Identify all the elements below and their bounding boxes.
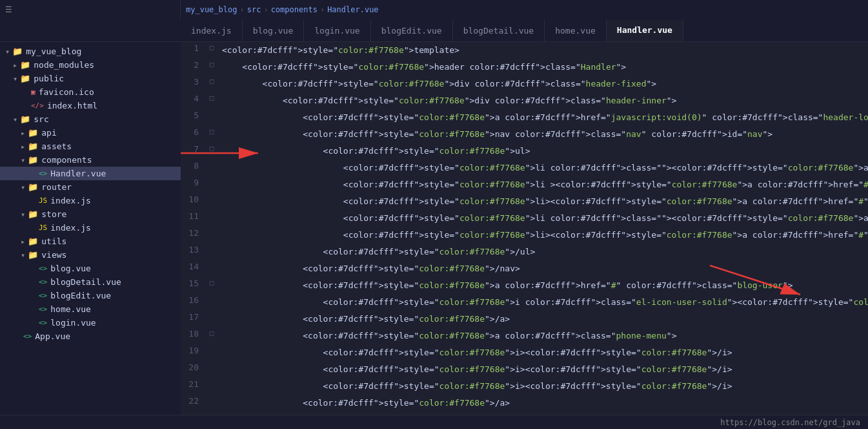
tab-blog_vue[interactable]: blog.vue bbox=[243, 19, 305, 41]
sidebar-item-favicon_ico[interactable]: ▣favicon.ico bbox=[0, 85, 181, 99]
fold-gutter-7[interactable]: □ bbox=[207, 143, 217, 160]
code-content-3: <color:#7dcfff">style="color:#f7768e">di… bbox=[217, 76, 868, 92]
sidebar-item-blogedit_vue[interactable]: <>blogEdit.vue bbox=[0, 289, 181, 302]
folder-arrow-api: ▸ bbox=[21, 129, 25, 138]
breadcrumb-sep-1: › bbox=[239, 5, 244, 14]
tab-blogEdit_vue[interactable]: blogEdit.vue bbox=[371, 19, 453, 41]
sidebar-label-views: views bbox=[41, 250, 66, 260]
code-line-4: 4□ <color:#7dcfff">style="color:#f7768e"… bbox=[181, 92, 868, 109]
fold-gutter-19 bbox=[207, 344, 217, 361]
tab-home_vue[interactable]: home.vue bbox=[545, 19, 607, 41]
folder-icon-assets: 📁 bbox=[28, 141, 38, 151]
line-number-17: 17 bbox=[181, 311, 207, 328]
sidebar-item-blog_vue[interactable]: <>blog.vue bbox=[0, 262, 181, 275]
code-content-2: <color:#7dcfff">style="color:#f7768e">he… bbox=[217, 59, 868, 76]
file-icon-blog_vue: <> bbox=[39, 264, 47, 273]
code-line-9: 9 <color:#7dcfff">style="color:#f7768e">… bbox=[181, 176, 868, 193]
fold-gutter-8 bbox=[207, 160, 217, 176]
sidebar-item-login_vue[interactable]: <>login.vue bbox=[0, 316, 181, 330]
sidebar-item-router[interactable]: ▾📁router bbox=[0, 180, 181, 194]
sidebar-item-src[interactable]: ▾📁src bbox=[0, 112, 181, 126]
file-icon-app_vue: <> bbox=[23, 332, 32, 340]
fold-gutter-5 bbox=[207, 109, 217, 126]
sidebar-label-node_modules: node_modules bbox=[34, 60, 94, 70]
line-number-14: 14 bbox=[181, 260, 207, 277]
sidebar-label-blogedit_vue: blogEdit.vue bbox=[50, 291, 111, 300]
sidebar-item-public[interactable]: ▾📁public bbox=[0, 72, 181, 85]
code-line-21: 21 <color:#7dcfff">style="color:#f7768e"… bbox=[181, 378, 868, 395]
sidebar-panel-title: ☰ bbox=[0, 0, 181, 19]
code-content-11: <color:#7dcfff">style="color:#f7768e">li… bbox=[217, 210, 868, 227]
tab-index_js[interactable]: index.js bbox=[181, 19, 243, 41]
hamburger-icon[interactable]: ☰ bbox=[5, 5, 12, 14]
code-line-22: 22 <color:#7dcfff">style="color:#f7768e"… bbox=[181, 395, 868, 412]
file-icon-blogedit_vue: <> bbox=[39, 291, 47, 300]
code-content-21: <color:#7dcfff">style="color:#f7768e">i>… bbox=[217, 378, 868, 395]
sidebar-item-components[interactable]: ▾📁components bbox=[0, 153, 181, 167]
sidebar-item-router_index[interactable]: JSindex.js bbox=[0, 194, 181, 207]
fold-gutter-18[interactable]: □ bbox=[207, 328, 217, 344]
breadcrumb-part-2[interactable]: src bbox=[247, 5, 261, 14]
sidebar-item-api[interactable]: ▸📁api bbox=[0, 126, 181, 140]
line-number-2: 2 bbox=[181, 59, 207, 76]
breadcrumb-part-3[interactable]: components bbox=[271, 5, 318, 14]
line-number-22: 22 bbox=[181, 395, 207, 412]
sidebar-item-my_vue_blog[interactable]: ▾📁my_vue_blog bbox=[0, 45, 181, 58]
sidebar-item-handler_vue[interactable]: <>Handler.vue bbox=[0, 167, 181, 180]
line-number-16: 16 bbox=[181, 294, 207, 311]
sidebar-item-home_vue[interactable]: <>home.vue bbox=[0, 302, 181, 316]
sidebar-item-index_html[interactable]: </>index.html bbox=[0, 99, 181, 112]
folder-icon-src: 📁 bbox=[20, 114, 30, 124]
code-line-14: 14 <color:#7dcfff">style="color:#f7768e"… bbox=[181, 260, 868, 277]
code-line-19: 19 <color:#7dcfff">style="color:#f7768e"… bbox=[181, 344, 868, 361]
breadcrumb-part-4[interactable]: Handler.vue bbox=[327, 5, 378, 14]
tab-blogDetail_vue[interactable]: blogDetail.vue bbox=[453, 19, 545, 41]
sidebar-item-node_modules[interactable]: ▸📁node_modules bbox=[0, 58, 181, 72]
sidebar-item-store[interactable]: ▾📁store bbox=[0, 207, 181, 221]
fold-gutter-4[interactable]: □ bbox=[207, 92, 217, 109]
code-line-12: 12 <color:#7dcfff">style="color:#f7768e"… bbox=[181, 227, 868, 244]
folder-icon-store: 📁 bbox=[28, 209, 38, 219]
sidebar-item-views[interactable]: ▾📁views bbox=[0, 248, 181, 262]
fold-gutter-3[interactable]: □ bbox=[207, 76, 217, 92]
folder-arrow-components: ▾ bbox=[21, 156, 25, 165]
code-line-23: 23 <color:#7dcfff">style="color:#f7768e"… bbox=[181, 412, 868, 415]
code-line-8: 8 <color:#7dcfff">style="color:#f7768e">… bbox=[181, 160, 868, 176]
sidebar-label-my_vue_blog: my_vue_blog bbox=[26, 47, 81, 56]
fold-gutter-1[interactable]: □ bbox=[207, 42, 217, 59]
code-content-4: <color:#7dcfff">style="color:#f7768e">di… bbox=[217, 92, 868, 109]
code-content-23: <color:#7dcfff">style="color:#f7768e">/d… bbox=[217, 412, 868, 415]
tab-login_vue[interactable]: login.vue bbox=[304, 19, 370, 41]
line-number-10: 10 bbox=[181, 193, 207, 210]
code-line-7: 7□ <color:#7dcfff">style="color:#f7768e"… bbox=[181, 143, 868, 160]
fold-gutter-6[interactable]: □ bbox=[207, 126, 217, 143]
main-content: ▾📁my_vue_blog▸📁node_modules▾📁public▣favi… bbox=[0, 42, 868, 415]
fold-gutter-15[interactable]: □ bbox=[207, 277, 217, 294]
folder-arrow-my_vue_blog: ▾ bbox=[5, 47, 10, 56]
tab-bar: index.jsblog.vuelogin.vueblogEdit.vueblo… bbox=[0, 19, 868, 42]
sidebar-item-store_index[interactable]: JSindex.js bbox=[0, 221, 181, 235]
fold-gutter-17 bbox=[207, 311, 217, 328]
folder-icon-utils: 📁 bbox=[28, 236, 38, 246]
breadcrumb-sep-2: › bbox=[263, 5, 268, 14]
file-icon-home_vue: <> bbox=[39, 305, 47, 313]
file-icon-favicon_ico: ▣ bbox=[31, 88, 35, 96]
code-line-1: 1□<color:#7dcfff">style="color:#f7768e">… bbox=[181, 42, 868, 59]
sidebar-label-blog_vue: blog.vue bbox=[50, 264, 91, 273]
line-number-1: 1 bbox=[181, 42, 207, 59]
tab-Handler_vue[interactable]: Handler.vue bbox=[607, 19, 683, 41]
sidebar-item-blogdetail_vue[interactable]: <>blogDetail.vue bbox=[0, 275, 181, 289]
sidebar-label-src: src bbox=[34, 114, 48, 124]
fold-gutter-2[interactable]: □ bbox=[207, 59, 217, 76]
sidebar-item-assets[interactable]: ▸📁assets bbox=[0, 140, 181, 153]
folder-icon-public: 📁 bbox=[20, 74, 30, 83]
sidebar-label-blogdetail_vue: blogDetail.vue bbox=[50, 277, 121, 287]
code-content-19: <color:#7dcfff">style="color:#f7768e">i>… bbox=[217, 344, 868, 361]
code-line-18: 18□ <color:#7dcfff">style="color:#f7768e… bbox=[181, 328, 868, 344]
folder-arrow-src: ▾ bbox=[13, 115, 17, 124]
line-number-15: 15 bbox=[181, 277, 207, 294]
folder-arrow-assets: ▸ bbox=[21, 142, 25, 151]
sidebar-item-utils[interactable]: ▸📁utils bbox=[0, 235, 181, 248]
sidebar-item-app_vue[interactable]: <>App.vue bbox=[0, 330, 181, 343]
breadcrumb-part-1[interactable]: my_vue_blog bbox=[186, 5, 237, 14]
